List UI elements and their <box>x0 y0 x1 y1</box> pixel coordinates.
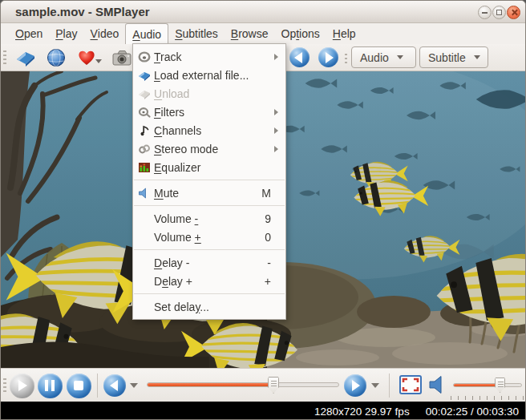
menubar-item-help[interactable]: Help <box>326 23 362 44</box>
menu-item-label: Channels <box>154 124 271 137</box>
menu-item-shortcut: 9 <box>265 212 274 225</box>
equalizer-icon <box>138 161 154 174</box>
forward-options-arrow[interactable] <box>371 383 379 388</box>
filters-icon <box>138 106 154 119</box>
menubar-item-audio[interactable]: Audio <box>125 23 168 44</box>
camera-icon <box>111 47 132 68</box>
menu-item-equalizer[interactable]: Equalizer <box>133 158 285 176</box>
volume-slider[interactable] <box>453 383 522 387</box>
load-file-icon <box>138 69 154 82</box>
favorites-menu-arrow[interactable] <box>95 59 102 63</box>
menubar-item-play[interactable]: Play <box>49 23 83 44</box>
menu-bar: OpenPlayVideoAudioSubtitlesBrowseOptions… <box>1 23 525 44</box>
play-icon <box>18 380 27 391</box>
playback-time: 00:02:25 / 00:03:30 <box>426 406 519 418</box>
fullscreen-button[interactable] <box>399 375 422 394</box>
speaker-icon <box>428 375 447 394</box>
no-icon <box>138 231 154 244</box>
menu-separator <box>134 293 285 294</box>
controlbar-separator <box>97 374 98 398</box>
open-file-icon <box>15 47 36 68</box>
menu-item-stereo-mode[interactable]: Stereo mode <box>133 139 285 158</box>
menu-item-load-external-file[interactable]: Load external file... <box>133 66 285 84</box>
open-url-button[interactable] <box>46 47 67 68</box>
fullscreen-icon <box>399 375 422 394</box>
menu-separator <box>134 180 285 180</box>
audio-selector-label: Audio <box>360 51 389 64</box>
seek-slider[interactable] <box>147 382 339 387</box>
audio-track-selector[interactable]: Audio <box>351 46 416 68</box>
chevron-down-icon <box>474 55 480 59</box>
forward-icon <box>352 380 360 391</box>
submenu-arrow-icon <box>274 54 281 60</box>
menu-item-delay[interactable]: Delay ++ <box>133 272 285 290</box>
controlbar-grip[interactable] <box>3 378 6 393</box>
skip-back-button[interactable] <box>289 47 310 67</box>
volume-slider-handle[interactable] <box>495 378 505 393</box>
favorites-button[interactable] <box>76 47 97 68</box>
controlbar-separator <box>389 374 390 398</box>
chevron-down-icon <box>397 55 403 59</box>
control-bar <box>1 368 525 402</box>
menu-item-label: Filters <box>154 106 271 119</box>
video-resolution-fps: 1280x720 29.97 fps <box>314 406 410 418</box>
unload-icon <box>138 87 154 100</box>
menubar-item-video[interactable]: Video <box>84 23 126 44</box>
subtitle-selector-label: Subtitle <box>428 51 466 64</box>
minimize-button[interactable] <box>478 6 492 19</box>
menu-item-set-delay[interactable]: Set delay... <box>133 297 285 316</box>
audio-menu: TrackLoad external file...UnloadFiltersC… <box>132 43 286 320</box>
menu-item-label: Mute <box>154 187 261 200</box>
mute-toggle-button[interactable] <box>428 375 447 394</box>
play-button[interactable] <box>10 374 34 398</box>
toolbar-separator <box>345 54 347 63</box>
title-bar[interactable]: sample.mov - SMPlayer <box>1 1 525 23</box>
maximize-button[interactable] <box>492 6 506 19</box>
channels-icon <box>138 124 154 137</box>
track-icon <box>138 50 154 63</box>
no-icon <box>138 275 154 288</box>
menu-item-channels[interactable]: Channels <box>133 121 285 139</box>
seek-slider-handle[interactable] <box>268 377 279 394</box>
menu-item-label: Equalizer <box>154 161 271 174</box>
menu-item-label: Stereo mode <box>154 143 271 155</box>
menu-item-label: Set delay... <box>154 301 271 313</box>
stereo-mode-icon <box>138 143 154 155</box>
stop-button[interactable] <box>67 374 91 398</box>
menu-item-delay[interactable]: Delay -- <box>133 253 285 272</box>
minimize-icon <box>482 12 488 14</box>
menubar-item-browse[interactable]: Browse <box>225 23 275 44</box>
menu-item-filters[interactable]: Filters <box>133 103 285 121</box>
smplayer-window: sample.mov - SMPlayer SOFTGOZAR.COM Open… <box>0 0 526 420</box>
menu-item-mute[interactable]: MuteM <box>133 184 285 202</box>
skip-forward-button[interactable] <box>318 47 338 67</box>
rewind-options-arrow[interactable] <box>130 383 138 388</box>
submenu-arrow-icon <box>274 146 281 152</box>
subtitle-track-selector[interactable]: Subtitle <box>419 46 488 68</box>
menu-item-label: Volume + <box>154 231 265 244</box>
rewind-button[interactable] <box>103 374 126 397</box>
globe-icon <box>46 47 67 68</box>
menu-item-label: Unload <box>154 87 271 100</box>
menu-item-volume[interactable]: Volume -9 <box>133 209 285 228</box>
menu-item-volume[interactable]: Volume +0 <box>133 228 285 246</box>
close-button[interactable] <box>507 6 520 19</box>
submenu-arrow-icon <box>274 127 281 134</box>
open-file-button[interactable] <box>15 47 36 68</box>
no-icon <box>138 301 154 313</box>
menu-item-label: Delay + <box>154 275 265 288</box>
seek-slider-fill <box>148 383 273 386</box>
toolbar-grip[interactable] <box>3 50 6 65</box>
menu-item-shortcut: M <box>261 187 274 200</box>
menu-item-shortcut: 0 <box>265 231 274 244</box>
pause-button[interactable] <box>38 374 63 398</box>
mute-icon <box>138 187 154 200</box>
menu-item-label: Volume - <box>154 212 265 225</box>
submenu-arrow-icon <box>274 109 281 115</box>
screenshot-button[interactable] <box>111 47 132 68</box>
forward-button[interactable] <box>344 374 366 397</box>
menubar-item-options[interactable]: Options <box>275 23 326 44</box>
menubar-item-subtitles[interactable]: Subtitles <box>168 23 225 44</box>
menu-item-track[interactable]: Track <box>133 47 285 66</box>
menubar-item-open[interactable]: Open <box>9 23 49 44</box>
